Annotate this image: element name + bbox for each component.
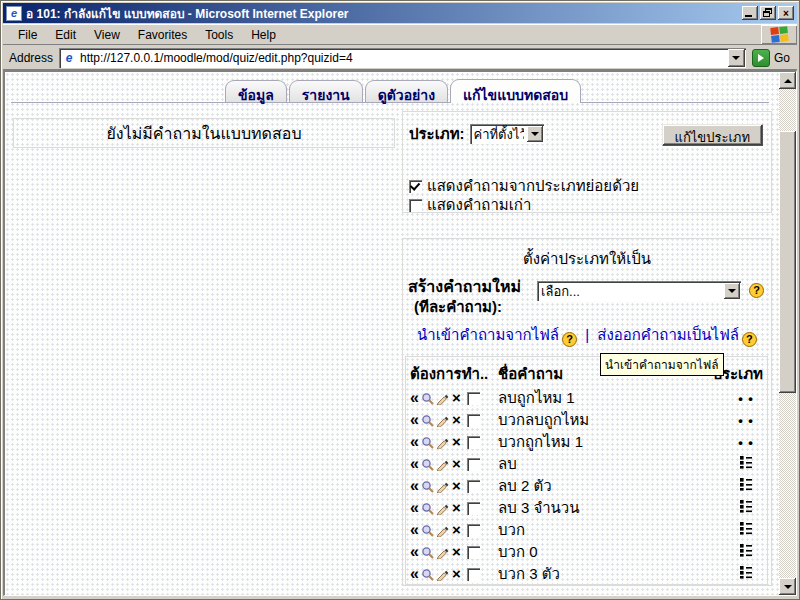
edit-icon[interactable] — [436, 524, 449, 537]
add-to-quiz-icon[interactable]: « — [410, 435, 419, 449]
truefalse-icon: • • — [738, 435, 754, 450]
preview-icon[interactable] — [421, 546, 434, 559]
help-icon[interactable]: ? — [562, 332, 577, 347]
select-question-checkbox[interactable] — [467, 436, 480, 449]
edit-icon[interactable] — [436, 436, 449, 449]
tab-edit-quiz[interactable]: แก้ไขแบบทดสอบ — [450, 79, 581, 103]
address-dropdown-button[interactable] — [728, 49, 745, 67]
menu-favorites[interactable]: Favorites — [129, 26, 196, 44]
address-input[interactable]: e http://127.0.0.1/moodle/mod/quiz/edit.… — [59, 48, 746, 68]
select-question-checkbox[interactable] — [467, 502, 480, 515]
help-icon[interactable]: ? — [749, 283, 764, 298]
question-row: « × ลบ • • — [406, 453, 767, 475]
menu-help[interactable]: Help — [242, 26, 285, 44]
show-old-questions-checkbox[interactable] — [409, 199, 422, 212]
select-question-checkbox[interactable] — [467, 568, 480, 581]
multichoice-icon — [739, 521, 753, 535]
menu-tools[interactable]: Tools — [196, 26, 242, 44]
select-question-checkbox[interactable] — [467, 480, 480, 493]
delete-icon[interactable]: × — [451, 523, 462, 537]
menu-edit[interactable]: Edit — [46, 26, 85, 44]
truefalse-icon: • • — [738, 413, 754, 428]
preview-icon[interactable] — [421, 436, 434, 449]
scroll-up-button[interactable] — [779, 72, 796, 89]
question-name: บวก 3 ตัว — [496, 562, 729, 586]
scroll-down-button[interactable] — [779, 578, 796, 595]
edit-categories-button[interactable]: แก้ไขประเภท — [662, 124, 763, 146]
edit-icon[interactable] — [436, 480, 449, 493]
add-to-quiz-icon[interactable]: « — [410, 523, 419, 537]
delete-icon[interactable]: × — [451, 567, 462, 581]
windows-flag-icon — [770, 26, 788, 43]
select-question-checkbox[interactable] — [467, 414, 480, 427]
add-to-quiz-icon[interactable]: « — [410, 545, 419, 559]
tab-info[interactable]: ข้อมูล — [225, 80, 287, 102]
delete-icon[interactable]: × — [451, 501, 462, 515]
delete-icon[interactable]: × — [451, 435, 462, 449]
add-to-quiz-icon[interactable]: « — [410, 457, 419, 471]
preview-icon[interactable] — [421, 568, 434, 581]
go-button[interactable]: Go — [751, 48, 794, 68]
preview-icon[interactable] — [421, 414, 434, 427]
select-question-checkbox[interactable] — [467, 392, 480, 405]
select-question-checkbox[interactable] — [467, 546, 480, 559]
scrollbar-thumb[interactable] — [779, 131, 796, 393]
menu-file[interactable]: File — [9, 26, 46, 44]
edit-icon[interactable] — [436, 502, 449, 515]
edit-icon[interactable] — [436, 414, 449, 427]
question-name: ลบถูกไหม 1 — [496, 386, 729, 410]
help-icon[interactable]: ? — [742, 332, 757, 347]
add-to-quiz-icon[interactable]: « — [410, 501, 419, 515]
delete-icon[interactable]: × — [451, 479, 462, 493]
select-question-checkbox[interactable] — [467, 524, 480, 537]
preview-icon[interactable] — [421, 524, 434, 537]
question-row: « × บวก 3 ตัว • • — [406, 563, 767, 585]
edit-icon[interactable] — [436, 568, 449, 581]
edit-icon[interactable] — [436, 458, 449, 471]
export-questions-link[interactable]: ส่งออกคำถามเป็นไฟล์ — [597, 326, 739, 343]
preview-icon[interactable] — [421, 392, 434, 405]
delete-icon[interactable]: × — [451, 391, 462, 405]
question-name: ลบ 2 ตัว — [496, 474, 729, 498]
chevron-down-icon[interactable] — [724, 283, 740, 299]
minimize-icon — [745, 15, 752, 17]
question-type-icon: • • — [729, 433, 763, 451]
add-to-quiz-icon[interactable]: « — [410, 413, 419, 427]
address-url[interactable]: http://127.0.0.1/moodle/mod/quiz/edit.ph… — [80, 51, 727, 65]
tab-reports[interactable]: รายงาน — [289, 80, 363, 102]
show-subcategories-checkbox[interactable] — [409, 180, 422, 193]
category-select[interactable]: ค่าที่ตั้งไว้ — [470, 124, 544, 144]
add-to-quiz-icon[interactable]: « — [410, 567, 419, 581]
create-question-select[interactable]: เลือก... — [537, 281, 741, 301]
close-button[interactable]: × — [778, 6, 794, 20]
browser-window: e อ 101: กำลังแก้ไข แบบทดสอบ - Microsoft… — [0, 0, 800, 600]
question-name: บวก 0 — [496, 540, 729, 564]
question-row: « × บวกลบถูกไหม • • — [406, 409, 767, 431]
question-type-icon: • • — [729, 411, 763, 429]
edit-icon[interactable] — [436, 392, 449, 405]
delete-icon[interactable]: × — [451, 545, 462, 559]
delete-icon[interactable]: × — [451, 457, 462, 471]
address-label: Address — [6, 51, 59, 65]
restore-button[interactable] — [760, 6, 776, 20]
multichoice-icon — [739, 543, 753, 557]
preview-icon[interactable] — [421, 480, 434, 493]
menu-view[interactable]: View — [85, 26, 129, 44]
import-link-tooltip: นำเข้าคำถามจากไฟล์ — [600, 353, 724, 376]
import-questions-link[interactable]: นำเข้าคำถามจากไฟล์ — [417, 326, 559, 343]
go-label: Go — [774, 51, 790, 65]
preview-icon[interactable] — [421, 458, 434, 471]
tab-preview[interactable]: ดูตัวอย่าง — [365, 80, 448, 102]
add-to-quiz-icon[interactable]: « — [410, 479, 419, 493]
edit-icon[interactable] — [436, 546, 449, 559]
create-question-label: สร้างคำถามใหม่ (ทีละคำถาม): — [408, 277, 521, 317]
delete-icon[interactable]: × — [451, 413, 462, 427]
chevron-down-icon[interactable] — [527, 126, 543, 142]
vertical-scrollbar[interactable] — [779, 72, 796, 595]
question-name: ลบ 3 จำนวน — [496, 496, 729, 520]
select-question-checkbox[interactable] — [467, 458, 480, 471]
preview-icon[interactable] — [421, 502, 434, 515]
minimize-button[interactable] — [742, 6, 758, 20]
question-type-icon: • • — [729, 389, 763, 407]
add-to-quiz-icon[interactable]: « — [410, 391, 419, 405]
